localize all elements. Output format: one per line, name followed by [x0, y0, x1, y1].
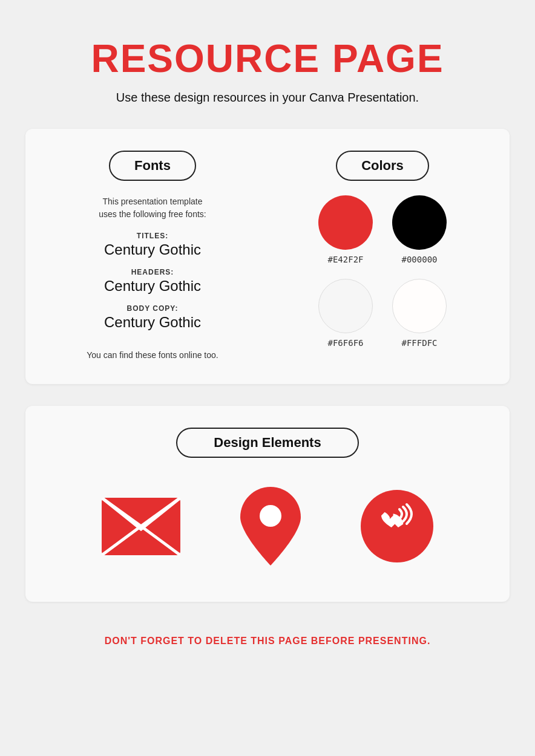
titles-label: TITLES:: [104, 232, 201, 240]
body-font-entry: BODY COPY: Century Gothic: [104, 304, 201, 331]
headers-value: Century Gothic: [104, 278, 201, 294]
color-swatch-white: [392, 279, 447, 333]
page-subtitle: Use these design resources in your Canva…: [116, 91, 419, 105]
fonts-section: Fonts This presentation template uses th…: [47, 151, 258, 360]
color-item-red: #E42F2F: [318, 195, 373, 264]
color-item-black: #000000: [392, 195, 447, 264]
body-label: BODY COPY:: [104, 304, 201, 313]
mail-icon: [102, 498, 180, 555]
color-item-lightgray: #F6F6F6: [318, 279, 373, 348]
color-item-white: #FFFDFC: [392, 279, 447, 348]
colors-grid: #E42F2F #000000 #F6F6F6 #FFFDFC: [318, 195, 447, 348]
body-value: Century Gothic: [104, 314, 201, 330]
color-swatch-red: [318, 195, 373, 250]
headers-font-entry: HEADERS: Century Gothic: [104, 268, 201, 295]
color-hex-white: #FFFDFC: [401, 338, 437, 348]
color-hex-lightgray: #F6F6F6: [327, 338, 363, 348]
color-hex-red: #E42F2F: [327, 255, 363, 264]
footer-text: DON'T FORGET TO DELETE THIS PAGE BEFORE …: [105, 636, 431, 647]
color-hex-black: #000000: [401, 255, 437, 264]
fonts-label: Fonts: [109, 151, 196, 181]
titles-font-entry: TITLES: Century Gothic: [104, 232, 201, 258]
headers-label: HEADERS:: [104, 268, 201, 276]
color-swatch-lightgray: [318, 279, 373, 333]
phone-icon: [361, 490, 433, 562]
location-icon: [240, 487, 301, 565]
colors-label: Colors: [336, 151, 429, 181]
design-elements-label: Design Elements: [176, 428, 358, 458]
fonts-colors-card: Fonts This presentation template uses th…: [25, 129, 510, 384]
fonts-description: This presentation template uses the foll…: [99, 195, 206, 221]
page-title: RESOURCE PAGE: [91, 36, 444, 81]
colors-section: Colors #E42F2F #000000 #F6F6F6: [277, 151, 488, 348]
icons-row: [47, 487, 488, 565]
fonts-find-text: You can find these fonts online too.: [87, 350, 218, 360]
design-elements-card: Design Elements: [25, 406, 510, 602]
titles-value: Century Gothic: [104, 241, 201, 258]
color-swatch-black: [392, 195, 447, 250]
svg-point-5: [260, 505, 281, 527]
